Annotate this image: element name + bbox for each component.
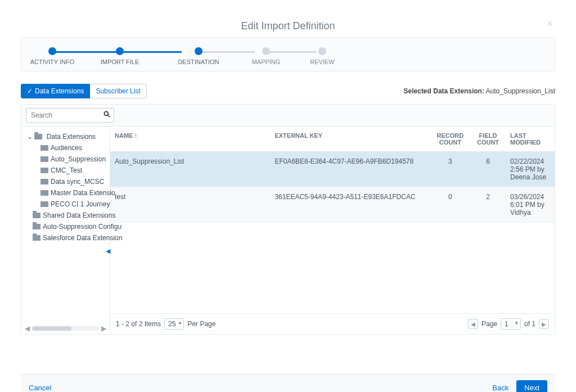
cell-record-count: 3 (430, 152, 470, 187)
data-extension-table: NAME↑ EXTERNAL KEY RECORD COUNT FIELD CO… (110, 127, 555, 223)
folder-icon (33, 235, 40, 241)
tab-subscriber-list[interactable]: Subscriber List (90, 84, 146, 98)
cell-field-count: 2 (470, 187, 506, 223)
col-header-record-count[interactable]: RECORD COUNT (430, 127, 470, 152)
folder-icon (40, 190, 48, 196)
search-input[interactable] (26, 108, 114, 123)
tree-label: Data sync_MCSC (51, 178, 104, 186)
tree-label: Auto-Suppression Configu (43, 223, 122, 231)
tree-node[interactable]: Shared Data Extensions (21, 210, 110, 221)
folder-icon (40, 156, 48, 162)
pagination: 1 - 2 of 2 Items 25 Per Page ◀ Page 1 of… (110, 313, 555, 334)
step-review[interactable]: REVIEW (297, 58, 348, 65)
cancel-button[interactable]: Cancel (29, 384, 51, 392)
tree-label: CMC_Test (51, 166, 82, 174)
tab-data-extensions[interactable]: ✓Data Extensions (21, 84, 90, 98)
check-icon: ✓ (27, 87, 33, 95)
cell-name: test (110, 187, 270, 223)
folder-icon (40, 201, 48, 207)
col-header-label: NAME (115, 132, 133, 139)
step-activity-info[interactable]: ACTIVITY INFO (27, 58, 78, 65)
folder-icon (33, 213, 40, 218)
col-header-field-count[interactable]: FIELD COUNT (470, 127, 506, 152)
tree-node[interactable]: Salesforce Data Extension (21, 232, 110, 244)
folder-tree: ⌄ Data Extensions Audiences Auto_Suppres… (21, 126, 110, 334)
step-mapping[interactable]: MAPPING (235, 58, 297, 65)
tree-node-data-extensions[interactable]: ⌄ Data Extensions (21, 131, 110, 142)
table-row[interactable]: test 361EEAC5-94A9-4423-A511-E93E6A1FDCA… (110, 187, 555, 223)
sort-asc-icon: ↑ (134, 132, 137, 139)
tree-node[interactable]: Auto_Suppression (21, 154, 110, 165)
selected-value: Auto_Suppression_List (486, 87, 555, 95)
horizontal-scrollbar[interactable]: ◀▶ (25, 325, 106, 332)
wizard-steps: ACTIVITY INFO IMPORT FILE DESTINATION MA… (21, 38, 555, 71)
tree-node[interactable]: CMC_Test (21, 165, 110, 176)
folder-icon (40, 179, 48, 184)
tree-label: Master Data Extensio (51, 189, 115, 197)
tree-node[interactable]: Data sync_MCSC (21, 176, 110, 187)
destination-type-tabs: ✓Data Extensions Subscriber List (21, 84, 147, 98)
modal-title: Edit Import Definition (241, 20, 335, 31)
tree-label: Audiences (51, 144, 82, 152)
page-label: Page (482, 320, 497, 328)
folder-icon (40, 145, 48, 151)
tree-label: Auto_Suppression (51, 155, 106, 163)
selected-data-extension: Selected Data Extension: Auto_Suppressio… (404, 87, 555, 95)
cell-modified: 02/22/2024 2:56 PM by Deena Jose (506, 152, 555, 187)
tree-label: Shared Data Extensions (43, 211, 115, 219)
search-icon[interactable] (103, 110, 111, 120)
folder-icon (33, 224, 40, 229)
pagination-summary: 1 - 2 of 2 Items (116, 320, 161, 328)
page-number-input[interactable]: 1 (501, 318, 521, 330)
per-page-label: Per Page (187, 320, 215, 328)
cell-field-count: 6 (470, 152, 506, 187)
tree-label: Salesforce Data Extension (43, 234, 122, 242)
cell-modified: 03/26/2024 6:01 PM by Vidhya (506, 187, 555, 223)
per-page-select[interactable]: 25 (164, 318, 184, 330)
table-row[interactable]: Auto_Suppression_List EF0A6BE8-E364-4C97… (110, 152, 555, 187)
tree-node[interactable]: Master Data Extensio (21, 187, 110, 199)
folder-open-icon (34, 134, 42, 139)
page-total-label: of 1 (524, 320, 536, 328)
collapse-tree-icon[interactable]: ◀ (106, 247, 110, 255)
step-import-file[interactable]: IMPORT FILE (78, 58, 162, 65)
next-page-button[interactable]: ▶ (539, 319, 549, 329)
cell-key: 361EEAC5-94A9-4423-A511-E93E6A1FDCAC (270, 187, 430, 223)
col-header-last-modified[interactable]: LAST MODIFIED (506, 127, 555, 152)
cell-key: EF0A6BE8-E364-4C97-AE96-A9FB6D194578 (270, 152, 430, 187)
back-button[interactable]: Back (492, 384, 508, 392)
cell-record-count: 0 (430, 187, 470, 223)
cell-name: Auto_Suppression_List (110, 152, 270, 187)
modal-footer: Cancel Back Next (21, 374, 555, 392)
close-icon[interactable]: × (547, 18, 553, 30)
tree-label: Data Extensions (47, 133, 96, 141)
step-destination[interactable]: DESTINATION (162, 58, 235, 65)
col-header-name[interactable]: NAME↑ (110, 127, 270, 152)
svg-line-1 (108, 115, 110, 118)
folder-icon (40, 168, 48, 173)
selected-label: Selected Data Extension: (404, 87, 484, 95)
col-header-external-key[interactable]: EXTERNAL KEY (270, 127, 430, 152)
chevron-down-icon[interactable]: ⌄ (27, 133, 33, 141)
tree-node[interactable]: PECO CI 1 Journey (21, 199, 110, 210)
tree-node[interactable]: Auto-Suppression Configu (21, 221, 110, 232)
tree-label: PECO CI 1 Journey (51, 200, 110, 208)
svg-point-0 (104, 111, 108, 115)
next-button[interactable]: Next (516, 380, 547, 392)
prev-page-button[interactable]: ◀ (468, 319, 478, 329)
tree-node[interactable]: Audiences (21, 142, 110, 154)
tab-data-extensions-label: Data Extensions (35, 87, 84, 95)
